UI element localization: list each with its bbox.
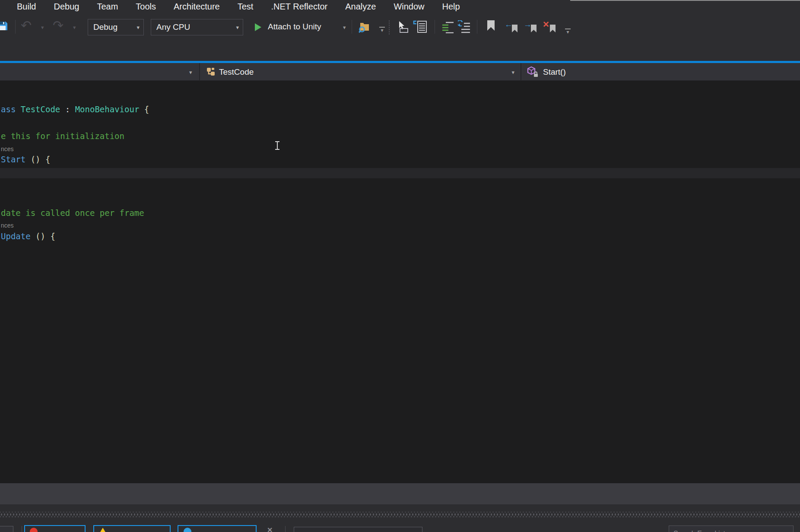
undo-dropdown-icon[interactable]: ▾ xyxy=(41,24,44,31)
text-ibeam-cursor xyxy=(275,141,280,150)
find-in-files-icon[interactable] xyxy=(358,20,371,33)
configuration-value: Debug xyxy=(93,22,117,32)
menu-item-net-reflector[interactable]: .NET Reflector xyxy=(271,2,327,12)
code-line: e this for initialization xyxy=(1,131,124,142)
menu-item-window[interactable]: Window xyxy=(394,2,424,12)
code-token: ass xyxy=(1,104,16,114)
code-line: Update () { xyxy=(1,231,55,242)
errorlist-separator xyxy=(285,526,286,532)
document-outline-icon[interactable] xyxy=(413,20,428,33)
code-token: TestCode xyxy=(21,104,60,114)
chevron-down-icon: ▾ xyxy=(236,24,239,31)
code-token: { xyxy=(139,104,149,114)
standard-toolbar: ↶ ▾ ↷ ▾ Debug ▾ Any CPU ▾ Attach to Unit… xyxy=(0,16,800,39)
configuration-dropdown[interactable]: Debug ▾ xyxy=(88,19,144,35)
start-debug-play-icon[interactable] xyxy=(255,23,261,31)
toolbar-separator xyxy=(435,20,435,34)
messages-filter-button[interactable] xyxy=(178,525,257,532)
member-name: Start() xyxy=(543,67,566,77)
toolbar-separator xyxy=(477,20,477,34)
redo-dropdown-icon[interactable]: ▾ xyxy=(73,24,76,31)
error-list-search-input[interactable] xyxy=(669,526,793,532)
menu-item-analyze[interactable]: Analyze xyxy=(345,2,376,12)
toolbar-separator xyxy=(15,20,16,34)
top-bar: BuildDebugTeamToolsArchitectureTest.NET … xyxy=(0,0,800,61)
code-editor[interactable]: ass TestCode : MonoBehaviour {e this for… xyxy=(0,81,800,483)
uncomment-lines-icon[interactable] xyxy=(458,20,471,33)
chevron-down-icon: ▾ xyxy=(137,24,140,31)
code-token xyxy=(16,104,20,114)
navigation-bar: ▾ TestCode ▾ xyxy=(0,63,800,81)
error-list-search-box[interactable] xyxy=(669,526,794,532)
toolbar-separator xyxy=(352,20,352,34)
panel-grip-dots[interactable] xyxy=(0,512,800,517)
menu-item-help[interactable]: Help xyxy=(442,2,460,12)
menu-bar: BuildDebugTeamToolsArchitectureTest.NET … xyxy=(0,0,800,13)
code-line: Start () { xyxy=(1,154,50,165)
menu-item-debug[interactable]: Debug xyxy=(54,2,79,12)
code-token: MonoBehaviour xyxy=(75,104,140,114)
attach-target-dropdown-icon[interactable]: ▾ xyxy=(343,24,346,31)
codelens-references[interactable]: nces xyxy=(1,222,14,229)
type-name: TestCode xyxy=(219,67,254,77)
member-dropdown[interactable]: Start() xyxy=(521,63,800,81)
next-bookmark-icon[interactable]: → xyxy=(524,20,537,33)
undo-icon[interactable]: ↶ xyxy=(21,19,32,32)
errorlist-separator xyxy=(22,526,22,532)
project-dropdown[interactable]: ▾ xyxy=(0,63,199,81)
toolbar-grip[interactable] xyxy=(388,20,390,35)
pointer-box-icon[interactable] xyxy=(396,20,410,33)
code-token: Start xyxy=(1,155,25,164)
menu-item-team[interactable]: Team xyxy=(97,2,118,12)
clear-bookmarks-icon[interactable]: ✕ xyxy=(543,20,556,33)
current-line-highlight xyxy=(0,168,800,178)
codelens-references[interactable]: nces xyxy=(1,145,14,153)
toolbar-overflow-icon[interactable]: ▾ xyxy=(565,28,571,34)
clear-filter-icon[interactable]: ✕ xyxy=(267,526,273,532)
toolbar-overflow-icon[interactable]: ▾ xyxy=(379,27,385,32)
previous-bookmark-icon[interactable]: ← xyxy=(505,20,517,33)
warnings-filter-button[interactable] xyxy=(93,525,171,532)
private-method-icon xyxy=(527,66,540,78)
error-list-panel: ✕ xyxy=(0,504,800,532)
info-icon xyxy=(184,528,191,532)
attach-to-unity-button[interactable]: Attach to Unity xyxy=(268,22,321,32)
visual-studio-window: BuildDebugTeamToolsArchitectureTest.NET … xyxy=(0,0,800,532)
code-token: Update xyxy=(1,231,31,241)
chevron-down-icon: ▾ xyxy=(511,69,514,76)
menu-item-test[interactable]: Test xyxy=(238,2,254,12)
warning-icon xyxy=(98,528,107,532)
errorlist-filter-dropdown[interactable] xyxy=(294,527,422,532)
comment-lines-icon[interactable] xyxy=(441,20,454,33)
code-token: : xyxy=(60,104,75,114)
menu-item-architecture[interactable]: Architecture xyxy=(174,2,220,12)
code-line: ass TestCode : MonoBehaviour { xyxy=(1,104,149,115)
code-token: () { xyxy=(31,231,55,241)
window-edge-line xyxy=(570,0,800,1)
save-icon[interactable] xyxy=(0,20,8,31)
chevron-down-icon: ▾ xyxy=(189,69,192,76)
platform-value: Any CPU xyxy=(156,22,190,32)
type-dropdown[interactable]: TestCode ▾ xyxy=(200,63,521,81)
toggle-bookmark-icon[interactable] xyxy=(487,20,500,33)
code-token: () { xyxy=(25,155,50,164)
menu-item-build[interactable]: Build xyxy=(17,2,36,12)
error-icon xyxy=(30,528,38,532)
class-icon xyxy=(206,67,216,77)
menu-item-tools[interactable]: Tools xyxy=(136,2,156,12)
errors-filter-button[interactable] xyxy=(24,525,86,532)
platform-dropdown[interactable]: Any CPU ▾ xyxy=(151,19,243,35)
horizontal-scrollbar[interactable] xyxy=(0,483,800,504)
code-line: date is called once per frame xyxy=(1,208,144,218)
scope-dropdown-partial[interactable] xyxy=(0,526,13,532)
redo-icon[interactable]: ↷ xyxy=(53,19,63,32)
